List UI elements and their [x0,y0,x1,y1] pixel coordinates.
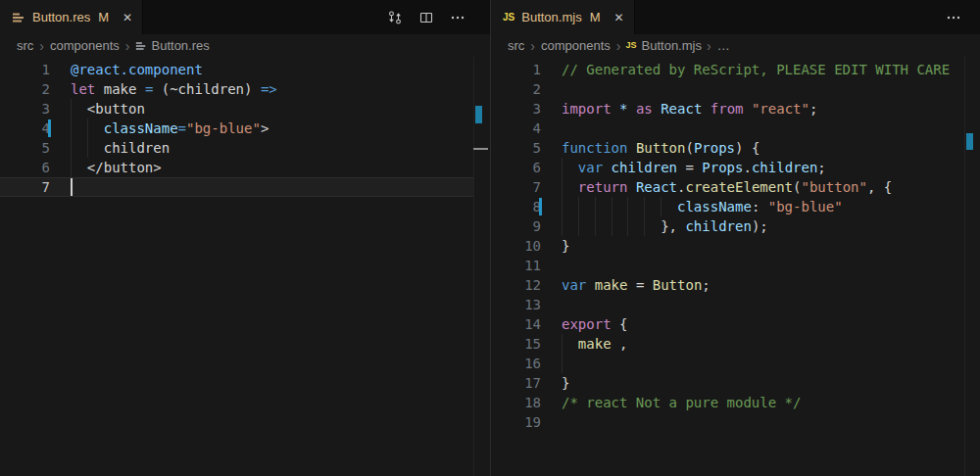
line-number[interactable]: 7 [491,177,541,197]
close-icon[interactable]: ✕ [122,12,132,24]
line-number[interactable]: 15 [491,334,541,354]
line-number[interactable]: 6 [491,158,541,177]
line-number[interactable]: 18 [491,393,541,412]
line-number[interactable]: 6 [0,158,50,177]
breadcrumb: src › components › Button.res [0,34,490,57]
line-number[interactable]: 2 [0,79,50,99]
code-line-13[interactable]: 13 [491,295,980,314]
code-line-6[interactable]: 6 var children = Props.children; [491,158,980,177]
line-number[interactable]: 9 [491,216,541,236]
editor-pane-left: Button.res M ✕ [0,0,490,476]
line-number[interactable]: 3 [491,99,541,119]
line-number[interactable]: 14 [491,314,541,334]
line-number[interactable]: 7 [0,177,50,197]
tab-bar-right: JS Button.mjs M ✕ [491,0,980,34]
breadcrumb-item-components[interactable]: components [540,38,612,53]
breadcrumb-item-file[interactable]: Button.res [135,38,210,53]
line-number[interactable]: 10 [491,236,541,256]
code-line-2[interactable]: 2 [491,79,980,99]
code-text: /* react Not a pure module */ [562,393,801,412]
code-line-1[interactable]: 1@react.component [0,60,490,79]
code-line-3[interactable]: 3 <button [0,99,490,119]
code-text: </button> [71,158,162,177]
code-text: let make = (~children) => [71,79,277,99]
code-line-5[interactable]: 5 children [0,138,490,158]
compare-changes-icon[interactable] [386,9,404,26]
close-icon[interactable]: ✕ [614,12,624,24]
code-line-9[interactable]: 9 }, children); [491,216,980,236]
code-line-19[interactable]: 19 [491,412,980,432]
code-text: } [562,373,569,393]
line-number[interactable]: 13 [491,295,541,314]
code-text: } [562,236,569,256]
code-line-7[interactable]: 7 return React.createElement("button", { [491,177,980,197]
code-line-12[interactable]: 12var make = Button; [491,275,980,295]
breadcrumb-item-src[interactable]: src [16,38,34,53]
code-line-8[interactable]: 8 className: "bg-blue" [491,197,980,216]
code-text: var children = Props.children; [562,158,826,177]
code-text: var make = Button; [562,275,710,295]
code-line-5[interactable]: 5function Button(Props) { [491,138,980,158]
code-line-7[interactable]: 7 [0,177,490,197]
line-number[interactable]: 8 [491,197,541,216]
more-actions-icon[interactable] [945,9,962,26]
overview-ruler-modified-marker [966,133,973,150]
breadcrumb-item-components[interactable]: components [49,38,121,53]
more-actions-icon[interactable] [449,9,466,26]
code-line-1[interactable]: 1// Generated by ReScript, PLEASE EDIT W… [491,60,980,79]
overview-ruler-modified-marker [475,106,482,123]
code-line-4[interactable]: 4 className="bg-blue"> [0,119,490,138]
line-number[interactable]: 1 [491,60,541,79]
line-number[interactable]: 11 [491,256,541,275]
code-text: make , [562,334,627,354]
tab-button-res[interactable]: Button.res M ✕ [0,0,143,34]
js-file-icon: JS [503,13,514,23]
overview-ruler-cursor-marker [473,148,488,150]
code-line-11[interactable]: 11 [491,256,980,275]
rescript-file-icon [135,40,147,52]
editor-pane-right: JS Button.mjs M ✕ src › components › JS … [490,0,980,476]
line-number[interactable]: 1 [0,60,50,79]
code-text: className="bg-blue"> [71,119,269,138]
line-number[interactable]: 5 [491,138,541,158]
code-line-18[interactable]: 18/* react Not a pure module */ [491,393,980,412]
text-cursor [71,178,73,196]
code-line-17[interactable]: 17} [491,373,980,393]
breadcrumb-item-file[interactable]: JS Button.mjs [626,38,702,53]
code-text: children [71,138,170,158]
code-lines: 1// Generated by ReScript, PLEASE EDIT W… [491,60,980,432]
code-text: function Button(Props) { [562,138,760,158]
code-line-4[interactable]: 4 [491,119,980,138]
line-number[interactable]: 4 [491,119,541,138]
code-line-10[interactable]: 10} [491,236,980,256]
code-text: className: "bg-blue" [562,197,843,216]
code-editor-left[interactable]: 1@react.component2let make = (~children)… [0,57,490,476]
code-line-2[interactable]: 2let make = (~children) => [0,79,490,99]
line-number[interactable]: 17 [491,373,541,393]
chevron-right-icon: › [612,39,626,53]
split-editor-icon[interactable] [417,9,435,26]
line-number[interactable]: 2 [491,79,541,99]
code-line-3[interactable]: 3import * as React from "react"; [491,99,980,119]
line-number[interactable]: 3 [0,99,50,119]
code-text: return React.createElement("button", { [562,177,892,197]
breadcrumb-file-label: Button.mjs [642,38,702,53]
tab-button-mjs[interactable]: JS Button.mjs M ✕ [491,0,635,34]
overview-ruler-border [473,57,474,476]
code-line-6[interactable]: 6 </button> [0,158,490,177]
editor-actions-right [945,0,980,34]
line-number[interactable]: 19 [491,412,541,432]
overview-ruler-border [964,57,965,476]
breadcrumb-file-label: Button.res [152,38,210,53]
line-number[interactable]: 16 [491,354,541,373]
code-editor-right[interactable]: 1// Generated by ReScript, PLEASE EDIT W… [491,57,980,476]
breadcrumb-overflow[interactable]: … [716,38,731,53]
code-line-16[interactable]: 16 [491,354,980,373]
breadcrumb-item-src[interactable]: src [507,38,525,53]
code-line-14[interactable]: 14export { [491,314,980,334]
line-number[interactable]: 4 [0,119,50,138]
line-number[interactable]: 12 [491,275,541,295]
code-line-15[interactable]: 15 make , [491,334,980,354]
code-text: <button [71,99,145,119]
line-number[interactable]: 5 [0,138,50,158]
